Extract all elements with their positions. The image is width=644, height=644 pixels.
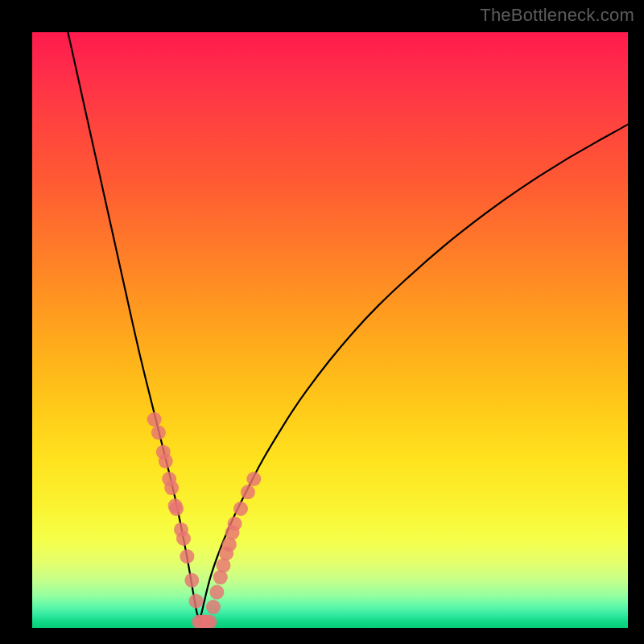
data-point [180,549,194,564]
chart-plot-area [32,32,628,628]
data-point [151,425,166,440]
data-point [246,472,261,486]
bottleneck-curve [68,32,628,617]
chart-svg [32,32,628,628]
data-point [228,517,242,531]
scatter-points [147,412,262,628]
data-point [241,485,255,499]
data-point [176,531,191,546]
data-point [209,585,224,600]
chart-frame: TheBottleneck.com [0,0,644,644]
data-point [233,502,248,516]
data-point [147,412,162,427]
data-point [164,481,179,495]
data-point [159,454,173,469]
data-point [206,600,221,614]
data-point [184,573,199,588]
watermark-text: TheBottleneck.com [480,5,634,26]
data-point [169,502,184,516]
data-point [189,594,204,609]
